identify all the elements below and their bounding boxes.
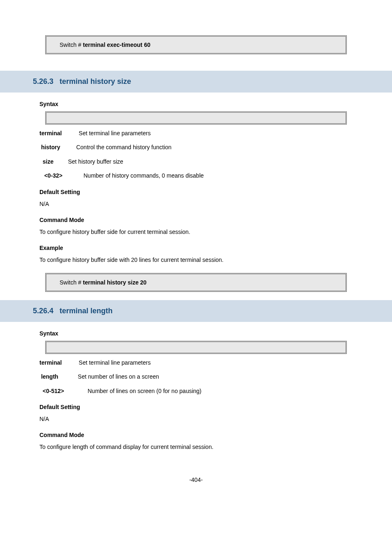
section-title: terminal history size — [60, 77, 131, 86]
prompt: Switch # — [60, 42, 81, 48]
mode-label: Command Mode — [39, 217, 353, 223]
param-row: size Set history buffer size — [39, 157, 353, 166]
page-content: Switch # terminal exec-timeout 60 5.26.3… — [0, 0, 392, 500]
param-desc: Number of lines on screen (0 for no paus… — [88, 388, 201, 394]
param-row: <0-512> Number of lines on screen (0 for… — [39, 386, 353, 395]
param-row: <0-32> Number of history commands, 0 mea… — [39, 171, 353, 180]
section-number: 5.26.3 — [33, 77, 53, 86]
section-number: 5.26.4 — [33, 307, 53, 315]
param-key: <0-512> — [43, 386, 80, 395]
syntax-box-history: terminal history size <0-32> — [45, 111, 347, 125]
param-key: terminal — [39, 129, 72, 138]
param-desc: Number of history commands, 0 means disa… — [83, 172, 204, 179]
default-label: Default Setting — [39, 404, 353, 410]
mode-value: To configure history buffer side for cur… — [39, 227, 353, 236]
param-desc: Set number of lines on a screen — [78, 373, 159, 380]
section-header-history: 5.26.3 terminal history size — [0, 71, 392, 92]
param-desc: Set terminal line parameters — [79, 130, 151, 136]
syntax-label: Syntax — [39, 101, 353, 107]
page-number: -404- — [33, 476, 359, 483]
command: terminal history size 20 — [83, 279, 147, 286]
param-row: length Set number of lines on a screen — [39, 372, 353, 381]
param-desc: Control the command history function — [76, 144, 171, 150]
code-box-exec-timeout: Switch # terminal exec-timeout 60 — [45, 35, 347, 54]
param-list-length: terminal Set terminal line parameters le… — [39, 358, 353, 395]
param-key: length — [41, 372, 70, 381]
default-value: N/A — [39, 199, 353, 208]
prompt: Switch # — [60, 279, 81, 286]
mode-label: Command Mode — [39, 432, 353, 438]
param-row: terminal Set terminal line parameters — [39, 358, 353, 367]
param-key: size — [43, 157, 63, 166]
section-title: terminal length — [60, 307, 113, 315]
example-intro: To configure history buffer side with 20… — [39, 255, 353, 264]
example-label: Example — [39, 245, 353, 251]
mode-value: To configure length of command display f… — [39, 442, 353, 451]
param-row: history Control the command history func… — [39, 143, 353, 152]
param-key: history — [41, 143, 70, 152]
default-label: Default Setting — [39, 189, 353, 195]
syntax-label: Syntax — [39, 330, 353, 337]
param-desc: Set history buffer size — [68, 158, 123, 165]
command: terminal exec-timeout 60 — [83, 42, 150, 48]
code-box-history-example: Switch # terminal history size 20 — [45, 273, 347, 292]
param-list-history: terminal Set terminal line parameters hi… — [39, 129, 353, 180]
syntax-box-length: terminal length <0-512> — [45, 341, 347, 354]
param-key: <0-32> — [44, 171, 77, 180]
param-desc: Set terminal line parameters — [79, 359, 151, 366]
default-value: N/A — [39, 414, 353, 423]
section-header-length: 5.26.4 terminal length — [0, 300, 392, 322]
param-row: terminal Set terminal line parameters — [39, 129, 353, 138]
param-key: terminal — [39, 358, 72, 367]
